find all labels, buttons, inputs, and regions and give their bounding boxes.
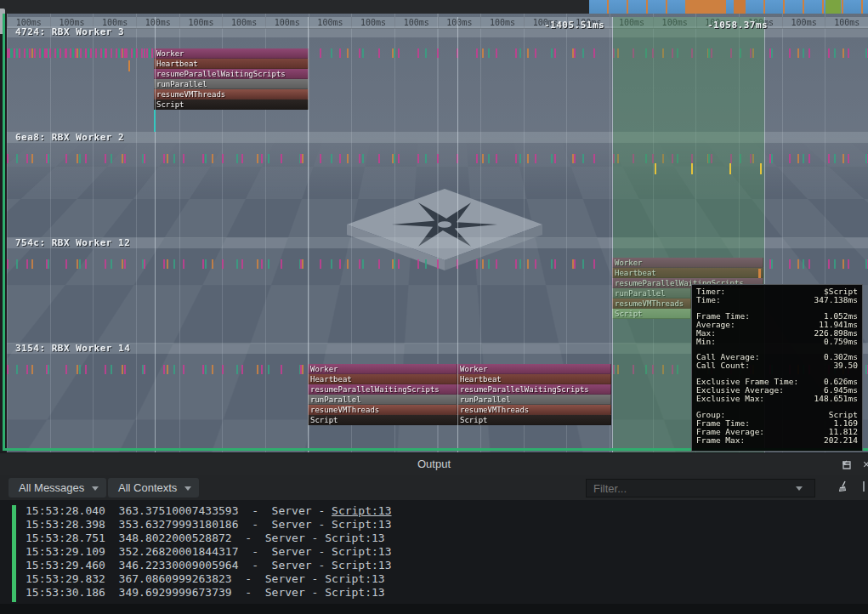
log-time: 15:53:29.460 <box>26 559 105 571</box>
messages-filter-dropdown[interactable]: All Messages <box>9 478 106 497</box>
log-time: 15:53:28.040 <box>26 504 105 517</box>
frame-span-resume-parallel[interactable]: resumeParallelWaitingScripts <box>457 384 611 395</box>
log-source-link[interactable]: Script:13 <box>332 545 391 558</box>
timer-detail-tooltip: Timer:$Script Time:347.138ms Frame Time:… <box>691 284 863 452</box>
tooltip-value: 39.50 <box>833 361 858 370</box>
log-source-link[interactable]: Script:13 <box>332 504 391 517</box>
time-offset-marker: -1058.37ms <box>707 20 768 31</box>
pop-in-icon[interactable] <box>839 458 853 471</box>
log-value: 367.0860999263823 <box>119 572 232 585</box>
log-context: Server <box>265 572 305 585</box>
frame-span-run-parallel[interactable]: runParallel <box>154 79 309 89</box>
log-time: 15:53:29.109 <box>26 545 105 558</box>
log-line: 15:53:29.832 367.0860999263823 - Server … <box>26 572 385 586</box>
frame-span-resume-vm[interactable]: resumeVMThreads <box>457 405 611 415</box>
context-filter-label: All Contexts <box>118 481 177 494</box>
profiler-border-left <box>3 14 5 450</box>
frame-spike-segment <box>687 0 725 14</box>
chevron-down-icon <box>184 486 191 491</box>
log-value: 346.22330009005964 <box>119 559 239 571</box>
tooltip-value: 148.651ms <box>814 395 858 403</box>
tooltip-label: Exclusive Max: <box>696 395 764 403</box>
thread-label-worker-12[interactable]: 754c: RBX Worker 12 <box>15 237 130 248</box>
frame-span-script[interactable]: Script <box>308 415 457 425</box>
log-time: 15:53:30.186 <box>26 586 105 599</box>
log-source-link[interactable]: Script:13 <box>325 532 384 544</box>
frame-history-strip[interactable] <box>589 0 868 14</box>
thread-label-worker-3[interactable]: 4724: RBX Worker 3 <box>15 26 124 37</box>
span-mark-yellow <box>729 163 731 174</box>
log-time: 15:53:28.751 <box>26 532 105 544</box>
frame-span-resume-parallel[interactable]: resumeParallelWaitingScripts <box>308 384 457 395</box>
span-mark-cyan <box>154 110 156 132</box>
log-value: 352.26820001844317 <box>119 545 239 558</box>
log-context: Server <box>272 559 312 571</box>
3d-viewport[interactable]: 100ms 100ms 100ms 100ms 100ms 100ms 100m… <box>7 14 868 452</box>
flame-stack-worker3: Worker Heartbeat resumeParallelWaitingSc… <box>154 48 309 110</box>
chevron-down-icon <box>92 486 99 491</box>
frame-span-script[interactable]: Script <box>154 99 309 110</box>
tooltip-label: Frame Max: <box>696 436 745 445</box>
tooltip-value: 202.214 <box>824 436 858 445</box>
log-context: Server <box>265 532 305 544</box>
frame-boundary-line <box>457 17 458 452</box>
frame-span-worker[interactable]: Worker <box>308 364 457 374</box>
log-line: 15:53:28.040 363.37510007433593 - Server… <box>26 504 392 518</box>
log-context: Server <box>265 586 305 599</box>
clear-output-icon[interactable] <box>836 480 851 495</box>
output-title: Output <box>0 458 868 470</box>
log-context: Server <box>272 518 312 531</box>
log-value: 348.8022000528872 <box>119 532 232 544</box>
profiler-top-bar <box>0 0 868 14</box>
frame-span-resume-vm[interactable]: resumeVMThreads <box>308 405 457 415</box>
span-mark-yellow <box>691 163 693 174</box>
tooltip-value: 347.138ms <box>814 296 858 304</box>
window-bottom-strip <box>0 604 868 614</box>
output-panel: Output × All Messages All Contexts 15:53… <box>0 452 868 614</box>
frame-span-worker[interactable]: Worker <box>154 48 309 59</box>
log-line: 15:53:28.751 348.8022000528872 - Server … <box>26 532 385 545</box>
output-toolbar: All Messages All Contexts <box>0 475 868 500</box>
selected-frame-segment <box>825 0 841 14</box>
frame-span-script[interactable]: Script <box>457 415 611 425</box>
tooltip-label: Time: <box>696 296 721 304</box>
wrap-toggle-icon[interactable] <box>863 481 868 492</box>
span-mark-orange <box>758 269 761 278</box>
log-context: Server <box>272 545 312 558</box>
tooltip-label: Min: <box>696 338 716 346</box>
log-source-link[interactable]: Script:13 <box>332 559 391 571</box>
log-line: 15:53:30.186 349.6929999673739 - Server … <box>26 586 385 600</box>
frame-span-heartbeat[interactable]: Heartbeat <box>457 374 611 384</box>
print-message-indicator <box>12 505 16 602</box>
frame-boundary-line <box>612 17 613 452</box>
output-title-bar: Output × <box>0 452 868 475</box>
messages-filter-label: All Messages <box>19 481 84 494</box>
flame-stack-worker14-b: Worker Heartbeat resumeParallelWaitingSc… <box>457 364 611 425</box>
frame-span-resume-parallel[interactable]: resumeParallelWaitingScripts <box>154 69 309 79</box>
log-line: 15:53:28.398 353.63279993180186 - Server… <box>26 518 392 532</box>
frame-boundary-line <box>308 17 309 452</box>
thread-label-worker-14[interactable]: 3154: RBX Worker 14 <box>15 343 130 354</box>
frame-span-run-parallel[interactable]: runParallel <box>308 395 457 405</box>
thread-label-worker-2[interactable]: 6ea8: RBX Worker 2 <box>15 132 124 143</box>
close-icon[interactable]: × <box>859 458 868 471</box>
frame-span-resume-vm[interactable]: resumeVMThreads <box>154 89 309 99</box>
frame-span-heartbeat[interactable]: Heartbeat <box>154 59 309 69</box>
span-mark-orange <box>128 60 130 71</box>
span-mark-yellow <box>655 163 656 174</box>
log-source-link[interactable]: Script:13 <box>325 586 384 599</box>
context-filter-dropdown[interactable]: All Contexts <box>108 478 199 497</box>
log-line: 15:53:29.460 346.22330009005964 - Server… <box>26 559 392 572</box>
frame-span-heartbeat[interactable]: Heartbeat <box>308 374 457 384</box>
log-source-link[interactable]: Script:13 <box>325 572 384 585</box>
frame-boundary-line <box>155 17 156 452</box>
filter-input[interactable] <box>586 479 815 497</box>
log-source-link[interactable]: Script:13 <box>332 518 391 531</box>
chevron-down-icon[interactable] <box>796 486 803 491</box>
output-log-area[interactable]: 15:53:28.040 363.37510007433593 - Server… <box>0 500 868 604</box>
log-value: 353.63279993180186 <box>119 518 239 531</box>
span-mark-yellow <box>760 163 762 174</box>
frame-span-run-parallel[interactable]: runParallel <box>457 395 611 405</box>
frame-span-worker[interactable]: Worker <box>457 364 611 374</box>
log-context: Server <box>272 504 312 517</box>
